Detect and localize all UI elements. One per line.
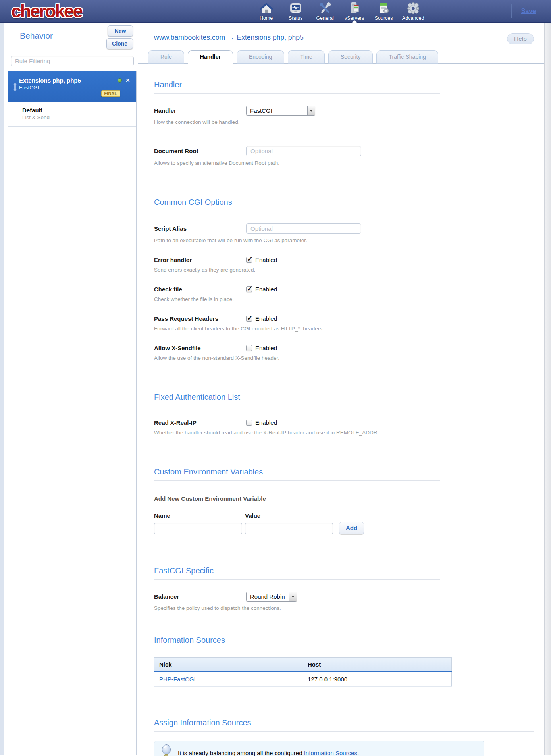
env-value-input[interactable] bbox=[245, 523, 333, 534]
select-arrow-icon bbox=[307, 106, 315, 115]
drag-sort-icon[interactable] bbox=[11, 77, 19, 97]
table-header-nick: Nick bbox=[154, 658, 303, 672]
tab-traffic-shaping[interactable]: Traffic Shaping bbox=[376, 50, 438, 64]
rule-item-extensions-php[interactable]: Extensions php, php5 × FastCGI FINAL bbox=[8, 71, 136, 102]
new-rule-button[interactable]: New bbox=[108, 25, 133, 37]
add-env-variable-button[interactable]: Add bbox=[339, 522, 364, 534]
help-button[interactable]: Help bbox=[507, 33, 534, 44]
lightbulb-icon bbox=[161, 744, 172, 756]
nav-label: Home bbox=[252, 15, 281, 21]
env-name-label: Name bbox=[154, 512, 242, 519]
tab-rule[interactable]: Rule bbox=[148, 50, 184, 64]
allow-x-sendfile-checkbox[interactable] bbox=[246, 345, 252, 351]
nav-item-vservers[interactable]: vServers bbox=[340, 1, 369, 21]
section-title: Common CGI Options bbox=[154, 198, 544, 207]
breadcrumb-site-link[interactable]: www.bambookites.com bbox=[154, 33, 225, 41]
form-row-check-file: Check file Enabled Check whether the fil… bbox=[154, 286, 544, 302]
rule-title: Default bbox=[22, 107, 132, 114]
field-label: Handler bbox=[154, 107, 246, 114]
document-root-input[interactable] bbox=[246, 146, 361, 156]
rule-list-empty-area bbox=[8, 127, 136, 755]
section-fastcgi-specific: FastCGI Specific Balancer Round Robin Sp… bbox=[154, 566, 544, 611]
field-description: Whether the handler should read and use … bbox=[154, 430, 544, 436]
nav-label: Status bbox=[281, 15, 310, 21]
form-row-balancer: Balancer Round Robin Specifies the polic… bbox=[154, 592, 544, 611]
check-file-checkbox[interactable] bbox=[246, 286, 252, 292]
field-description: How the connection will be handled. bbox=[154, 119, 544, 125]
add-env-variable-subtitle: Add New Custom Environment Variable bbox=[154, 495, 544, 502]
tab-time[interactable]: Time bbox=[288, 50, 325, 64]
balancing-note-text: It is already balancing among all the co… bbox=[178, 750, 359, 756]
section-fixed-authentication-list: Fixed Authentication List Read X-Real-IP… bbox=[154, 393, 544, 436]
field-description: Allows to specify an alternative Documen… bbox=[154, 160, 544, 166]
env-name-input[interactable] bbox=[154, 523, 242, 534]
handler-select[interactable]: FastCGI bbox=[246, 106, 315, 116]
sources-icon bbox=[369, 1, 399, 15]
nav-item-general[interactable]: General bbox=[310, 1, 340, 21]
tab-encoding[interactable]: Encoding bbox=[237, 50, 284, 64]
save-area: Save bbox=[511, 4, 536, 18]
section-title: Custom Environment Variables bbox=[154, 467, 544, 476]
field-label: Allow X-Sendfile bbox=[154, 345, 246, 351]
save-button[interactable]: Save bbox=[521, 8, 536, 15]
field-label: Pass Request Headers bbox=[154, 315, 246, 322]
nav-item-status[interactable]: Status bbox=[281, 1, 310, 21]
source-host: 127.0.0.1:9000 bbox=[303, 672, 452, 687]
section-title: Fixed Authentication List bbox=[154, 393, 544, 402]
breadcrumb-arrow: → bbox=[227, 33, 235, 41]
table-row: PHP-FastCGI 127.0.0.1:9000 bbox=[154, 672, 452, 687]
app-header: cherokee Home Status General vServers bbox=[0, 0, 551, 23]
form-row-handler: Handler FastCGI How the connection will … bbox=[154, 106, 544, 125]
select-arrow-icon bbox=[289, 592, 297, 601]
env-value-label: Value bbox=[245, 512, 333, 519]
nav-label: General bbox=[310, 15, 340, 21]
section-title: Handler bbox=[154, 80, 544, 89]
tab-security[interactable]: Security bbox=[328, 50, 373, 64]
general-tools-icon bbox=[310, 1, 340, 15]
field-description: Specifies the policy used to dispatch th… bbox=[154, 605, 544, 611]
sidebar-title: Behavior bbox=[20, 31, 53, 49]
section-title: Information Sources bbox=[154, 636, 544, 645]
clone-rule-button[interactable]: Clone bbox=[106, 38, 133, 49]
form-row-read-x-real-ip: Read X-Real-IP Enabled Whether the handl… bbox=[154, 419, 544, 436]
field-label: Script Alias bbox=[154, 225, 246, 232]
rule-status-dot bbox=[118, 78, 122, 83]
scrollbar-track[interactable] bbox=[544, 23, 551, 755]
field-description: Path to an executable that will be run w… bbox=[154, 237, 544, 243]
field-description: Check whether the file is in place. bbox=[154, 296, 544, 302]
field-label: Read X-Real-IP bbox=[154, 419, 246, 426]
nav-label: Advanced bbox=[399, 15, 428, 21]
left-gutter bbox=[0, 23, 4, 755]
read-x-real-ip-checkbox[interactable] bbox=[246, 420, 252, 426]
form-row-script-alias: Script Alias Path to an executable that … bbox=[154, 223, 544, 243]
home-icon bbox=[252, 1, 281, 15]
final-badge: FINAL bbox=[101, 90, 120, 97]
field-description: Allow the use of the non-standard X-Send… bbox=[154, 355, 544, 361]
error-handler-checkbox[interactable] bbox=[246, 257, 252, 263]
section-title: FastCGI Specific bbox=[154, 566, 544, 575]
advanced-gear-icon bbox=[399, 1, 428, 15]
form-row-document-root: Document Root Allows to specify an alter… bbox=[154, 146, 544, 166]
source-link-php-fastcgi[interactable]: PHP-FastCGI bbox=[159, 676, 196, 683]
nav-item-home[interactable]: Home bbox=[252, 1, 281, 21]
behavior-sidebar: Behavior New Clone Extensions php, php5 … bbox=[4, 23, 138, 755]
information-sources-link[interactable]: Information Sources bbox=[304, 750, 357, 756]
pass-request-headers-checkbox[interactable] bbox=[246, 316, 252, 322]
rule-list: Extensions php, php5 × FastCGI FINAL Def… bbox=[8, 71, 137, 755]
active-nav-pointer bbox=[352, 20, 357, 23]
rule-item-default[interactable]: Default List & Send bbox=[8, 102, 136, 127]
nav-item-advanced[interactable]: Advanced bbox=[399, 1, 428, 21]
field-label: Document Root bbox=[154, 148, 246, 154]
balancer-select[interactable]: Round Robin bbox=[246, 592, 297, 602]
main-nav: Home Status General vServers Sources bbox=[252, 1, 428, 22]
script-alias-input[interactable] bbox=[246, 223, 361, 234]
tab-bar: Rule Handler Encoding Time Security Traf… bbox=[138, 50, 544, 64]
section-assign-information-sources: Assign Information Sources It is already… bbox=[154, 718, 544, 756]
nav-item-sources[interactable]: Sources bbox=[369, 1, 399, 21]
rule-filter-input[interactable] bbox=[11, 56, 134, 66]
information-sources-table: Nick Host PHP-FastCGI 127.0.0.1:9000 bbox=[154, 657, 452, 687]
form-row-error-handler: Error handler Enabled Send errors exactl… bbox=[154, 256, 544, 273]
tab-handler[interactable]: Handler bbox=[188, 50, 233, 64]
rule-handler-label: List & Send bbox=[22, 114, 132, 120]
remove-rule-icon[interactable]: × bbox=[126, 78, 130, 83]
